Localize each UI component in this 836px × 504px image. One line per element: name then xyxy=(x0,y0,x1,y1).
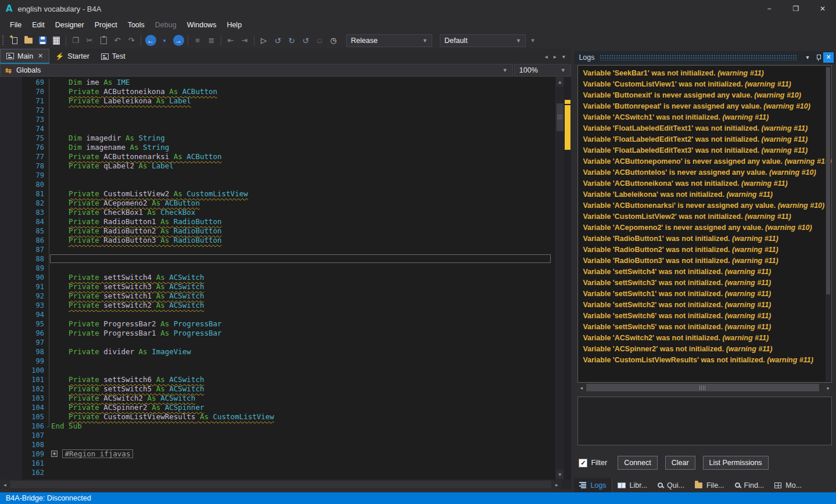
menu-designer[interactable]: Designer xyxy=(50,19,89,31)
restart-app-button[interactable]: ↻ xyxy=(285,34,299,48)
line-number[interactable]: 99 xyxy=(22,357,51,366)
scroll-up-button[interactable]: ▲ xyxy=(557,77,564,87)
line-number[interactable]: 95 xyxy=(22,319,51,329)
build-profile-combobox[interactable]: Default ▼ xyxy=(440,34,526,47)
line-number[interactable]: 74 xyxy=(22,124,51,134)
tab-scroll-left-button[interactable]: ◂ xyxy=(545,53,548,60)
line-number[interactable]: 88 xyxy=(22,254,51,264)
code-line[interactable]: 81 Private CustomListView2 As CustomList… xyxy=(22,189,555,199)
line-number[interactable]: 103 xyxy=(22,394,51,403)
open-project-button[interactable] xyxy=(21,34,35,48)
code-line[interactable]: 91 Private settSwitch3 As ACSwitch xyxy=(22,282,555,291)
code-line[interactable]: 85 Private RadioButton2 As RadioButton xyxy=(22,226,555,236)
code-line[interactable]: 89 xyxy=(22,264,555,273)
code-line[interactable]: 78 Private qLabel2 As Label xyxy=(22,161,555,171)
line-number[interactable]: 79 xyxy=(22,171,51,180)
code-line[interactable]: 90 Private settSwitch4 As ACSwitch xyxy=(22,273,555,282)
code-line[interactable]: 79 xyxy=(22,171,555,180)
code-line[interactable]: 83 Private CheckBox1 As CheckBox xyxy=(22,208,555,217)
code-line[interactable]: 102 Private settSwitch5 As ACSwitch xyxy=(22,384,555,394)
line-number[interactable]: 102 xyxy=(22,384,51,394)
scroll-right-button[interactable]: ▸ xyxy=(552,482,562,488)
code-line[interactable]: 97 xyxy=(22,338,555,347)
code-line[interactable]: 105 Private CustomListViewResults As Cus… xyxy=(22,412,555,422)
minimize-button[interactable]: − xyxy=(756,0,783,17)
code-column[interactable]: 69 Dim ime As IME70 Private ACButtoneiko… xyxy=(22,77,555,480)
line-number[interactable]: 87 xyxy=(22,245,51,254)
line-number[interactable]: 75 xyxy=(22,134,51,143)
scroll-left-button[interactable]: ◂ xyxy=(0,482,10,488)
annotation-margin[interactable] xyxy=(564,77,571,480)
line-number[interactable]: 71 xyxy=(22,96,51,106)
window-position-dropdown[interactable]: ▾ xyxy=(802,52,813,63)
line-number[interactable]: 73 xyxy=(22,115,51,124)
line-number[interactable]: 107 xyxy=(22,431,51,440)
tab-list-dropdown[interactable]: ▾ xyxy=(562,53,565,60)
copy-button[interactable]: ❐ xyxy=(69,34,82,48)
line-number[interactable]: 162 xyxy=(22,468,51,477)
code-line[interactable]: 75 Dim imagedir As String xyxy=(22,134,555,143)
connect-button[interactable]: Connect xyxy=(618,456,658,470)
menu-file[interactable]: File xyxy=(5,19,27,31)
code-line[interactable]: 82 Private ACepomeno2 As ACButton xyxy=(22,199,555,208)
tool-tab-qui[interactable]: Qui... xyxy=(652,478,690,492)
menu-help[interactable]: Help xyxy=(221,19,247,31)
line-number[interactable]: 83 xyxy=(22,208,51,217)
code-line[interactable]: 80 xyxy=(22,180,555,189)
code-line[interactable]: 108 xyxy=(22,440,555,449)
shift-lines-right-button[interactable]: ⇥ xyxy=(238,34,252,48)
logs-vertical-scroll-thumb[interactable] xyxy=(826,67,830,294)
code-line[interactable]: 98 Private divider As ImageView xyxy=(22,347,555,357)
code-line[interactable]: 161 xyxy=(22,459,555,468)
code-line[interactable]: 87 xyxy=(22,245,555,254)
redo-button[interactable]: ↷ xyxy=(124,34,138,48)
code-line[interactable]: 92 Private settSwitch1 As ACSwitch xyxy=(22,291,555,301)
navigate-forward-button[interactable]: → xyxy=(171,34,185,48)
code-line[interactable]: 71 Private Labeleikona As Label xyxy=(22,96,555,106)
restore-button[interactable]: ❐ xyxy=(783,0,809,17)
line-number[interactable]: 104 xyxy=(22,403,51,412)
warning-marker[interactable] xyxy=(565,100,571,150)
line-number[interactable]: 93 xyxy=(22,301,51,310)
build-timer-button[interactable]: ◷ xyxy=(326,34,340,48)
code-line[interactable]: 72 xyxy=(22,106,555,115)
new-project-button[interactable] xyxy=(8,34,21,48)
build-configuration-combobox[interactable]: Release ▼ xyxy=(346,34,432,47)
logs-vertical-scrollbar[interactable] xyxy=(826,66,831,381)
line-number[interactable]: 161 xyxy=(22,459,51,468)
line-number[interactable]: 81 xyxy=(22,189,51,199)
tool-tab-file[interactable]: File... xyxy=(690,478,730,492)
menu-project[interactable]: Project xyxy=(89,19,123,31)
editor-vertical-scrollbar[interactable]: ▲ ▼ xyxy=(555,77,564,480)
tab-starter[interactable]: ⚡Starter xyxy=(49,49,95,64)
uncomment-code-button[interactable]: ≣ xyxy=(204,34,218,48)
logs-horizontal-scrollbar[interactable]: ◂ ▸ xyxy=(577,383,832,392)
menu-edit[interactable]: Edit xyxy=(27,19,50,31)
reconnect-device-button[interactable]: ↺ xyxy=(271,34,285,48)
region-expand-button[interactable]: + xyxy=(51,451,58,457)
code-line[interactable]: 76 Dim imagename As String xyxy=(22,143,555,152)
code-line[interactable]: 69 Dim ime As IME xyxy=(22,78,555,87)
code-line[interactable]: 109+ #Region ifjavas xyxy=(22,449,555,459)
code-line[interactable]: 99 xyxy=(22,357,555,366)
line-number[interactable]: 77 xyxy=(22,152,51,161)
editor-horizontal-scrollbar[interactable]: ◂ ▸ xyxy=(0,480,571,489)
line-number[interactable]: 85 xyxy=(22,226,51,236)
run-button[interactable]: ▷ xyxy=(257,34,271,48)
hot-swap-button[interactable]: ↺ xyxy=(299,34,313,48)
line-number[interactable]: 105 xyxy=(22,412,51,422)
navigate-back-button[interactable]: ← xyxy=(143,34,157,48)
line-number[interactable]: 82 xyxy=(22,199,51,208)
line-number[interactable]: 86 xyxy=(22,236,51,245)
filter-checkbox[interactable]: ✓ xyxy=(579,459,587,467)
menu-debug[interactable]: Debug xyxy=(150,19,182,31)
shift-lines-left-button[interactable]: ⇤ xyxy=(224,34,238,48)
line-number[interactable]: 78 xyxy=(22,161,51,171)
save-button[interactable] xyxy=(35,34,49,48)
code-line[interactable]: 101 Private settSwitch6 As ACSwitch xyxy=(22,375,555,384)
editor-zoom-combobox[interactable]: 100% ▼ xyxy=(514,64,571,77)
line-number[interactable]: 89 xyxy=(22,264,51,273)
code-line[interactable]: 106End Sub xyxy=(22,422,555,431)
comment-code-button[interactable]: ≡ xyxy=(191,34,204,48)
line-number[interactable]: 96 xyxy=(22,329,51,338)
